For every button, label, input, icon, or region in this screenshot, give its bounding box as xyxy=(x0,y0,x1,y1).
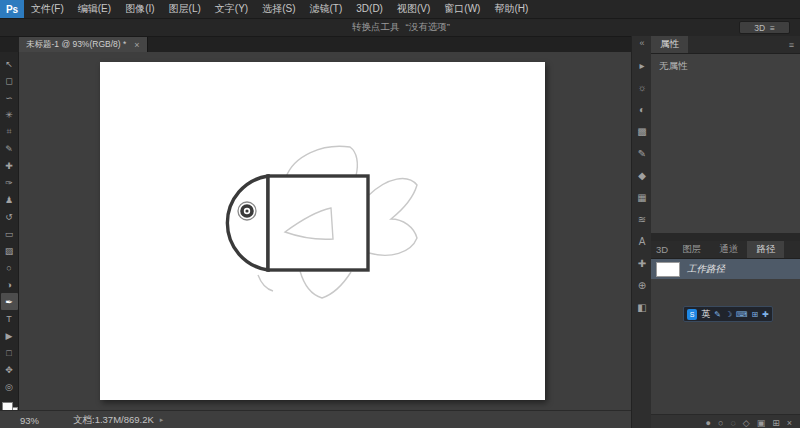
path-thumbnail[interactable] xyxy=(656,262,680,277)
panel-dock: 属性 ≡ 无属性 3D 图层 通道 路径 工作路径 ● ○ ◌ ◇ ▣ ⊞ × xyxy=(651,36,800,428)
menu-select[interactable]: 选择(S) xyxy=(255,0,302,18)
properties-panel-header: 属性 ≡ xyxy=(651,36,800,54)
document-tab[interactable]: 未标题-1 @ 93%(RGB/8) * × xyxy=(19,37,148,52)
menu-3d[interactable]: 3D(D) xyxy=(349,0,390,18)
fill-path-button[interactable]: ● xyxy=(706,418,711,428)
fish-chin-sketch xyxy=(258,275,273,291)
panel-menu-icon[interactable]: ≡ xyxy=(783,36,800,53)
dock-paragraph-icon[interactable]: ✚ xyxy=(633,252,651,274)
status-bar: 93% 文档:1.37M/869.2K ▸ xyxy=(0,410,631,428)
menu-window[interactable]: 窗口(W) xyxy=(437,0,487,18)
menu-bar: Ps 文件(F) 编辑(E) 图像(I) 图层(L) 文字(Y) 选择(S) 滤… xyxy=(0,0,800,19)
new-path-button[interactable]: ⊞ xyxy=(772,418,780,428)
zoom-level-field[interactable]: 93% xyxy=(20,415,39,426)
healing-brush-tool[interactable]: ✚ xyxy=(1,157,18,174)
fish-body xyxy=(268,176,368,270)
dock-brush-icon[interactable]: ✎ xyxy=(633,142,651,164)
quick-selection-tool[interactable]: ✳ xyxy=(1,106,18,123)
dock-info-icon[interactable]: ≋ xyxy=(633,208,651,230)
pen-tool[interactable]: ✒ xyxy=(1,293,18,310)
clone-stamp-tool[interactable]: ♟ xyxy=(1,191,18,208)
paths-panel-header: 3D 图层 通道 路径 xyxy=(651,241,800,259)
eraser-tool[interactable]: ▭ xyxy=(1,225,18,242)
fish-tail-sketch xyxy=(369,179,417,256)
stroke-path-button[interactable]: ○ xyxy=(718,418,723,428)
dock-measurement-icon[interactable]: ◧ xyxy=(633,296,651,318)
ime-pen-icon[interactable]: ✎ xyxy=(714,310,721,319)
dock-clone-source-icon[interactable]: ⊕ xyxy=(633,274,651,296)
close-tab-icon[interactable]: × xyxy=(134,40,139,50)
ime-logo-icon[interactable]: S xyxy=(687,309,697,320)
document-tab-bar: 未标题-1 @ 93%(RGB/8) * × xyxy=(0,37,631,52)
document-canvas[interactable] xyxy=(100,62,545,400)
dock-styles-icon[interactable]: ▩ xyxy=(633,120,651,142)
pasteboard[interactable] xyxy=(19,52,631,410)
tab-paths[interactable]: 路径 xyxy=(747,241,784,258)
marquee-tool[interactable]: ◻ xyxy=(1,72,18,89)
work-path-row[interactable]: 工作路径 xyxy=(651,259,800,279)
history-brush-tool[interactable]: ↺ xyxy=(1,208,18,225)
tab-3d[interactable]: 3D xyxy=(651,241,673,258)
workspace-switcher-button[interactable]: 3D ≡ xyxy=(739,21,790,34)
crop-tool[interactable]: ⌗ xyxy=(1,123,18,140)
paths-panel-buttons: ● ○ ◌ ◇ ▣ ⊞ × xyxy=(651,414,800,428)
dock-adjustments-icon[interactable]: ◐ xyxy=(633,98,651,120)
active-tool-label: 转换点工具 xyxy=(352,21,400,34)
tab-properties[interactable]: 属性 xyxy=(651,36,688,53)
status-options-arrow-icon[interactable]: ▸ xyxy=(160,416,164,424)
tools-panel: ↖ ◻ ∽ ✳ ⌗ ✎ ✚ ✑ ♟ ↺ ▭ ▨ ○ ◑ ✒ T ▶ □ ✥ ◎ xyxy=(0,52,19,410)
move-tool[interactable]: ↖ xyxy=(1,55,18,72)
menu-filter[interactable]: 滤镜(T) xyxy=(303,0,350,18)
menu-image[interactable]: 图像(I) xyxy=(118,0,161,18)
menu-file[interactable]: 文件(F) xyxy=(24,0,71,18)
make-work-path-button[interactable]: ◇ xyxy=(743,418,750,428)
ime-toolbar: S 英 ✎ ☽ ⌨ ⊞ ✚ xyxy=(683,306,773,322)
tool-no-options-hint: “没有选项” xyxy=(406,21,450,34)
ime-toolbox-icon[interactable]: ⊞ xyxy=(752,310,759,319)
menu-layer[interactable]: 图层(L) xyxy=(162,0,208,18)
ime-keyboard-icon[interactable]: ⌨ xyxy=(736,310,748,319)
dock-navigator-icon[interactable]: ▦ xyxy=(633,186,651,208)
no-properties-text: 无属性 xyxy=(659,60,688,71)
ime-language-mode[interactable]: 英 xyxy=(701,308,710,321)
workspace-label: 3D xyxy=(754,23,765,33)
path-selection-tool[interactable]: ▶ xyxy=(1,327,18,344)
ime-moon-icon[interactable]: ☽ xyxy=(725,310,732,319)
menu-help[interactable]: 帮助(H) xyxy=(487,0,535,18)
fish-head xyxy=(227,176,268,270)
menu-view[interactable]: 视图(V) xyxy=(390,0,437,18)
zoom-tool[interactable]: ◎ xyxy=(1,378,18,395)
type-tool[interactable]: T xyxy=(1,310,18,327)
work-path-label: 工作路径 xyxy=(687,263,725,276)
properties-panel-content: 无属性 xyxy=(651,54,800,233)
photoshop-logo[interactable]: Ps xyxy=(0,0,24,18)
ime-wrench-icon[interactable]: ✚ xyxy=(762,310,769,319)
dock-character-icon[interactable]: A xyxy=(633,230,651,252)
lasso-tool[interactable]: ∽ xyxy=(1,89,18,106)
delete-path-button[interactable]: × xyxy=(787,418,792,428)
gradient-tool[interactable]: ▨ xyxy=(1,242,18,259)
blur-tool[interactable]: ○ xyxy=(1,259,18,276)
tab-layers[interactable]: 图层 xyxy=(673,241,710,258)
menu-type[interactable]: 文字(Y) xyxy=(208,0,255,18)
fish-top-fin-sketch xyxy=(286,146,357,177)
dock-swatches-icon[interactable]: ◆ xyxy=(633,164,651,186)
add-mask-button[interactable]: ▣ xyxy=(757,418,766,428)
paths-panel-content: 工作路径 xyxy=(651,259,800,414)
shape-tool[interactable]: □ xyxy=(1,344,18,361)
load-selection-button[interactable]: ◌ xyxy=(730,418,735,428)
document-size-info: 文档:1.37M/869.2K xyxy=(73,414,154,427)
dodge-tool[interactable]: ◑ xyxy=(1,276,18,293)
eyedropper-tool[interactable]: ✎ xyxy=(1,140,18,157)
brush-tool[interactable]: ✑ xyxy=(1,174,18,191)
tab-channels[interactable]: 通道 xyxy=(710,241,747,258)
collapse-panels-icon[interactable]: « xyxy=(639,38,644,51)
fish-eye-pupil xyxy=(245,209,248,212)
panel-group-divider xyxy=(651,233,800,241)
hand-tool[interactable]: ✥ xyxy=(1,361,18,378)
photoshop-window: Ps 文件(F) 编辑(E) 图像(I) 图层(L) 文字(Y) 选择(S) 滤… xyxy=(0,0,800,428)
fish-bottom-fin-sketch xyxy=(300,271,351,298)
dock-color-icon[interactable]: ☼ xyxy=(633,76,651,98)
menu-edit[interactable]: 编辑(E) xyxy=(71,0,118,18)
dock-history-icon[interactable]: ▸ xyxy=(633,54,651,76)
